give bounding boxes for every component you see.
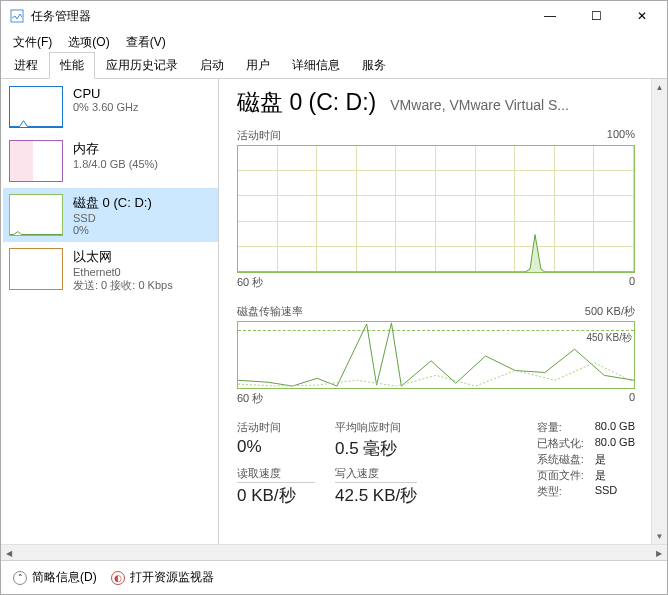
main-panel: 磁盘 0 (C: D:) VMware, VMware Virtual S...… [219, 79, 651, 544]
main-header: 磁盘 0 (C: D:) VMware, VMware Virtual S... [237, 87, 635, 118]
menubar: 文件(F) 选项(O) 查看(V) [1, 31, 667, 53]
close-button[interactable]: ✕ [619, 1, 665, 31]
chart2-label-left: 磁盘传输速率 [237, 304, 303, 319]
sidebar-ethernet-sub1: Ethernet0 [73, 266, 173, 278]
cpu-thumb [9, 86, 63, 128]
sidebar-memory-title: 内存 [73, 140, 158, 158]
app-icon [9, 8, 25, 24]
system-disk-value: 是 [595, 452, 606, 467]
transfer-rate-chart-wrap: 磁盘传输速率 500 KB/秒 450 KB/秒 60 秒 0 [237, 304, 635, 406]
footer: ˄ 简略信息(D) ◐ 打开资源监视器 [1, 560, 667, 594]
avg-response-value: 0.5 毫秒 [335, 437, 413, 460]
active-time-chart[interactable] [237, 145, 635, 273]
disk-thumb [9, 194, 63, 236]
fewer-details-button[interactable]: ˄ 简略信息(D) [13, 569, 97, 586]
task-manager-window: 任务管理器 — ☐ ✕ 文件(F) 选项(O) 查看(V) 进程 性能 应用历史… [0, 0, 668, 595]
ethernet-thumb [9, 248, 63, 290]
stats: 活动时间 0% 平均响应时间 0.5 毫秒 读取速度 0 KB/秒 [237, 420, 635, 507]
menu-file[interactable]: 文件(F) [5, 32, 60, 53]
tab-startup[interactable]: 启动 [189, 52, 235, 78]
menu-options[interactable]: 选项(O) [60, 32, 117, 53]
maximize-button[interactable]: ☐ [573, 1, 619, 31]
active-time-label: 活动时间 [237, 420, 315, 436]
sidebar-item-ethernet[interactable]: 以太网 Ethernet0 发送: 0 接收: 0 Kbps [3, 242, 218, 299]
chart1-axis-right: 0 [629, 275, 635, 290]
tab-users[interactable]: 用户 [235, 52, 281, 78]
sidebar-disk-title: 磁盘 0 (C: D:) [73, 194, 152, 212]
resource-monitor-icon: ◐ [111, 571, 125, 585]
scroll-right-icon[interactable]: ▶ [651, 545, 667, 561]
svg-marker-1 [238, 235, 634, 272]
sidebar-item-memory[interactable]: 内存 1.8/4.0 GB (45%) [3, 134, 218, 188]
chart1-label-left: 活动时间 [237, 128, 281, 143]
sidebar-disk-sub2: 0% [73, 224, 152, 236]
read-speed-value: 0 KB/秒 [237, 484, 315, 507]
vertical-scrollbar[interactable]: ▲ ▼ [651, 79, 667, 544]
chart2-axis-right: 0 [629, 391, 635, 406]
sidebar-cpu-title: CPU [73, 86, 138, 101]
open-resource-monitor-button[interactable]: ◐ 打开资源监视器 [111, 569, 214, 586]
hscroll-track[interactable] [17, 545, 651, 560]
scroll-down-icon[interactable]: ▼ [652, 528, 667, 544]
chevron-up-icon: ˄ [13, 571, 27, 585]
memory-thumb [9, 140, 63, 182]
content: CPU 0% 3.60 GHz 内存 1.8/4.0 GB (45%) 磁盘 0… [1, 79, 667, 544]
read-speed-label: 读取速度 [237, 466, 315, 483]
chart1-label-right: 100% [607, 128, 635, 143]
active-time-chart-wrap: 活动时间 100% 60 秒 0 [237, 128, 635, 290]
transfer-rate-chart[interactable]: 450 KB/秒 [237, 321, 635, 389]
tab-processes[interactable]: 进程 [3, 52, 49, 78]
tab-app-history[interactable]: 应用历史记录 [95, 52, 189, 78]
sidebar-memory-sub: 1.8/4.0 GB (45%) [73, 158, 158, 170]
tab-bar: 进程 性能 应用历史记录 启动 用户 详细信息 服务 [1, 53, 667, 79]
sidebar-ethernet-title: 以太网 [73, 248, 173, 266]
sidebar-item-disk[interactable]: 磁盘 0 (C: D:) SSD 0% [3, 188, 218, 242]
sidebar-disk-sub1: SSD [73, 212, 152, 224]
sidebar: CPU 0% 3.60 GHz 内存 1.8/4.0 GB (45%) 磁盘 0… [1, 79, 219, 544]
write-speed-label: 写入速度 [335, 466, 417, 483]
sidebar-ethernet-sub2: 发送: 0 接收: 0 Kbps [73, 278, 173, 293]
chart2-label-right: 500 KB/秒 [585, 304, 635, 319]
window-title: 任务管理器 [31, 8, 527, 25]
scroll-track[interactable] [652, 95, 667, 528]
tab-performance[interactable]: 性能 [49, 52, 95, 79]
avg-response-label: 平均响应时间 [335, 420, 413, 436]
write-speed-value: 42.5 KB/秒 [335, 484, 417, 507]
tab-services[interactable]: 服务 [351, 52, 397, 78]
window-controls: — ☐ ✕ [527, 1, 665, 31]
titlebar: 任务管理器 — ☐ ✕ [1, 1, 667, 31]
chart1-axis-left: 60 秒 [237, 275, 263, 290]
menu-view[interactable]: 查看(V) [118, 32, 174, 53]
scroll-up-icon[interactable]: ▲ [652, 79, 667, 95]
disk-properties: 容量:80.0 GB 已格式化:80.0 GB 系统磁盘:是 页面文件:是 类型… [537, 420, 635, 507]
minimize-button[interactable]: — [527, 1, 573, 31]
tab-details[interactable]: 详细信息 [281, 52, 351, 78]
horizontal-scrollbar[interactable]: ◀ ▶ [1, 544, 667, 560]
disk-title: 磁盘 0 (C: D:) [237, 87, 376, 118]
sidebar-item-cpu[interactable]: CPU 0% 3.60 GHz [3, 80, 218, 134]
page-file-value: 是 [595, 468, 606, 483]
active-time-value: 0% [237, 437, 315, 457]
formatted-value: 80.0 GB [595, 436, 635, 451]
scroll-left-icon[interactable]: ◀ [1, 545, 17, 561]
disk-model: VMware, VMware Virtual S... [390, 97, 569, 113]
sidebar-cpu-sub: 0% 3.60 GHz [73, 101, 138, 113]
type-value: SSD [595, 484, 618, 499]
capacity-value: 80.0 GB [595, 420, 635, 435]
chart2-axis-left: 60 秒 [237, 391, 263, 406]
